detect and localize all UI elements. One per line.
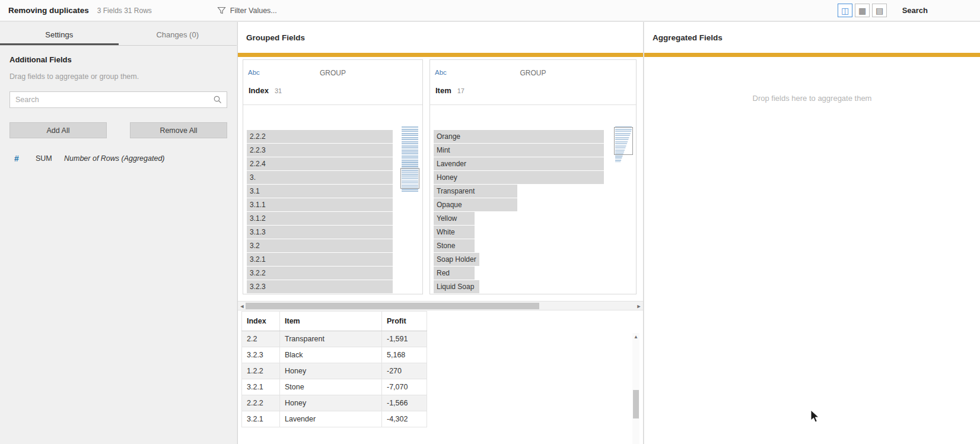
column-header-index[interactable]: Index (242, 312, 280, 331)
field-value[interactable]: 3.2.3 (247, 280, 393, 293)
filter-values-button[interactable]: Filter Values... (217, 6, 277, 15)
aggregated-fields-panel[interactable]: Aggregated Fields Drop fields here to ag… (644, 22, 980, 444)
group-role-label: GROUP (243, 69, 422, 77)
value-count-bar (247, 212, 393, 225)
table-row[interactable]: 1.2.2Honey-270 (242, 363, 427, 379)
minimap-viewport-thumb[interactable] (614, 127, 633, 155)
field-value[interactable]: Orange (434, 130, 604, 143)
horizontal-scrollbar[interactable]: ◄ ► (238, 301, 643, 310)
value-count-bar (247, 226, 393, 239)
value-label: 3.2.3 (247, 283, 266, 291)
field-value[interactable]: 3.1 (247, 185, 393, 198)
table-cell: Stone (280, 379, 382, 395)
table-cell: Transparent (280, 331, 382, 347)
value-label: 3.1.3 (247, 228, 266, 236)
field-value[interactable]: Lavender (434, 157, 604, 170)
table-cell: 3.2.1 (242, 379, 280, 395)
value-label: 3.2.1 (247, 255, 266, 264)
search-button[interactable]: Search (902, 6, 928, 15)
mouse-cursor (810, 410, 821, 424)
value-count-bar (247, 267, 393, 280)
field-value[interactable]: Yellow (434, 212, 604, 225)
value-list: OrangeMintLavenderHoneyTransparentOpaque… (434, 130, 604, 294)
value-label: Transparent (434, 187, 475, 195)
profile-view-icon: ▦ (858, 7, 866, 15)
filter-values-label: Filter Values... (230, 7, 277, 15)
view-toggle-data-grid[interactable]: ▤ (872, 4, 887, 17)
table-row[interactable]: 2.2Transparent-1,591 (242, 331, 427, 347)
aggregated-field-row[interactable]: # SUM Number of Rows (Aggregated) (9, 154, 227, 163)
value-label: 3.2.2 (247, 269, 266, 277)
field-value[interactable]: 2.2.2 (247, 130, 393, 143)
column-header-profit[interactable]: Profit (382, 312, 427, 331)
value-count-bar (247, 239, 393, 252)
search-icon (213, 95, 222, 104)
tab-settings[interactable]: Settings (0, 26, 119, 45)
vertical-scrollbar[interactable]: ▲ (632, 333, 639, 444)
field-value[interactable]: 2.2.3 (247, 144, 393, 157)
aggregated-accent-bar (644, 53, 980, 57)
vertical-scroll-thumb[interactable] (633, 390, 639, 418)
field-value[interactable]: 2.2.4 (247, 157, 393, 170)
value-count-bar (247, 280, 393, 293)
table-row[interactable]: 3.2.1Stone-7,070 (242, 379, 427, 395)
scroll-right-arrow[interactable]: ► (635, 303, 642, 310)
table-cell: -4,302 (382, 411, 427, 427)
field-value[interactable]: 3.2.1 (247, 253, 393, 266)
field-value[interactable]: Stone (434, 239, 604, 252)
panel-tabs: Settings Changes (0) (0, 22, 237, 46)
number-type-icon: # (14, 154, 36, 163)
filter-icon (217, 6, 226, 15)
field-value[interactable]: 3.1.1 (247, 198, 393, 211)
add-all-button[interactable]: Add All (9, 122, 107, 138)
table-row[interactable]: 3.2.1Lavender-4,302 (242, 411, 427, 427)
scroll-left-arrow[interactable]: ◄ (238, 303, 246, 310)
field-value[interactable]: 3.2.2 (247, 267, 393, 280)
field-value[interactable]: 3.1.3 (247, 226, 393, 239)
field-value[interactable]: Honey (434, 171, 604, 184)
tab-changes[interactable]: Changes (0) (119, 26, 237, 45)
remove-all-button[interactable]: Remove All (130, 122, 227, 138)
field-value[interactable]: Mint (434, 144, 604, 157)
field-search-input[interactable] (10, 92, 227, 107)
table-cell: Honey (280, 395, 382, 411)
field-card-index[interactable]: Abc GROUP Index31 2.2.22.2.32.2.43.3.13.… (243, 59, 423, 294)
table-row[interactable]: 3.2.3Black5,168 (242, 347, 427, 363)
value-label: Stone (434, 242, 455, 250)
field-value[interactable]: 3.2 (247, 239, 393, 252)
data-table-body: 2.2Transparent-1,5913.2.3Black5,1681.2.2… (242, 331, 427, 427)
minimap-viewport-thumb[interactable] (400, 168, 419, 189)
field-value[interactable]: Liquid Soap (434, 280, 604, 293)
value-distribution-minimap[interactable] (402, 126, 418, 192)
value-label: Honey (434, 173, 457, 182)
drag-fields-hint: Drag fields to aggregate or group them. (9, 72, 227, 81)
field-card-header: Abc GROUP Item17 (430, 60, 636, 105)
field-value[interactable]: White (434, 226, 604, 239)
view-toggle-profile-and-data[interactable]: ◫ (838, 4, 852, 17)
value-label: 3.1 (247, 187, 260, 195)
distinct-count: 31 (275, 87, 282, 94)
table-cell: -270 (382, 363, 427, 379)
value-label: Mint (434, 146, 450, 154)
value-count-bar (247, 144, 393, 157)
table-row[interactable]: 2.2.2Honey-1,566 (242, 395, 427, 411)
horizontal-scroll-thumb[interactable] (246, 303, 539, 309)
value-distribution-minimap[interactable] (615, 126, 632, 162)
step-title: Removing duplicates (8, 6, 89, 15)
field-value[interactable]: Transparent (434, 185, 604, 198)
column-header-item[interactable]: Item (280, 312, 382, 331)
field-value[interactable]: 3.1.2 (247, 212, 393, 225)
profile-data-view-icon: ◫ (841, 7, 849, 15)
scroll-up-arrow[interactable]: ▲ (632, 334, 639, 340)
view-toggle-profile-only[interactable]: ▦ (855, 4, 870, 17)
value-label: Lavender (434, 160, 466, 168)
field-value[interactable]: Opaque (434, 198, 604, 211)
table-header-row: Index Item Profit (242, 312, 427, 331)
field-value[interactable]: Red (434, 267, 604, 280)
value-list: 2.2.22.2.32.2.43.3.13.1.13.1.23.1.33.23.… (247, 130, 393, 294)
field-value[interactable]: Soap Holder (434, 253, 604, 266)
field-value[interactable]: 3. (247, 171, 393, 184)
field-card-item[interactable]: Abc GROUP Item17 OrangeMintLavenderHoney… (429, 59, 637, 294)
topbar: Removing duplicates 3 Fields 31 Rows Fil… (0, 0, 980, 21)
aggregated-fields-title: Aggregated Fields (644, 22, 980, 53)
